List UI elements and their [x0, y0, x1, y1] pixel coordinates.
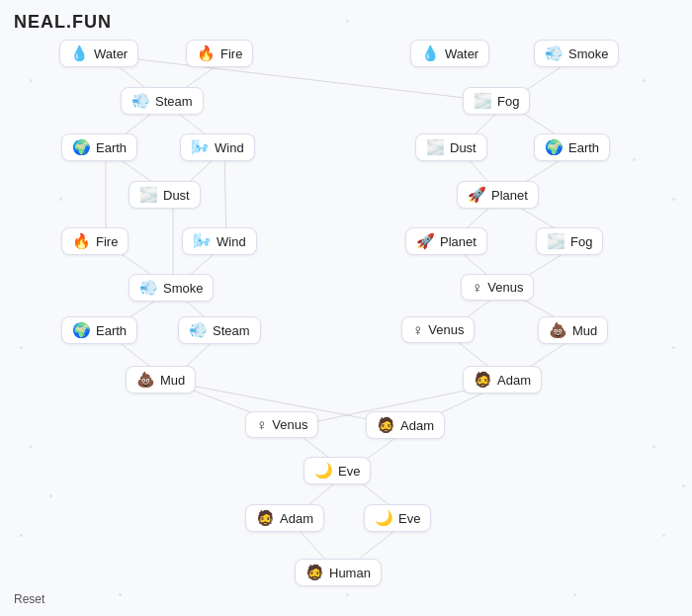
node-label-wind1: Wind — [215, 140, 244, 155]
reset-button[interactable]: Reset — [14, 592, 44, 606]
node-icon-water1: 💧 — [70, 44, 89, 62]
node-icon-adam1: 🧔 — [474, 371, 492, 389]
node-adam1: 🧔Adam — [463, 366, 542, 394]
node-planet1: 🚀Planet — [457, 181, 539, 209]
node-label-dust2: Dust — [163, 188, 190, 203]
node-label-adam2: Adam — [400, 418, 434, 433]
node-icon-adam2: 🧔 — [377, 416, 395, 434]
node-venus1: ♀Venus — [461, 274, 534, 301]
node-mud2: 💩Mud — [126, 366, 196, 394]
node-label-venus2: Venus — [428, 322, 464, 337]
node-label-venus3: Venus — [272, 417, 307, 432]
node-icon-venus2: ♀ — [412, 321, 423, 338]
node-label-fog1: Fog — [497, 94, 519, 109]
node-label-steam1: Steam — [155, 94, 193, 109]
node-steam2: 💨Steam — [178, 316, 261, 344]
node-fog1: 🌫️Fog — [463, 87, 530, 115]
node-label-earth2: Earth — [568, 140, 599, 155]
node-eve1: 🌙Eve — [303, 457, 371, 484]
node-icon-earth3: 🌍 — [72, 321, 91, 339]
node-label-adam1: Adam — [497, 373, 531, 388]
node-icon-smoke2: 💨 — [139, 279, 158, 297]
node-water1: 💧Water — [59, 40, 138, 67]
node-water2: 💧Water — [410, 40, 489, 67]
node-label-fire1: Fire — [220, 46, 242, 61]
node-wind2: 🌬️Wind — [182, 227, 257, 255]
node-steam1: 💨Steam — [121, 87, 204, 115]
node-label-wind2: Wind — [216, 234, 246, 249]
node-wind1: 🌬️Wind — [180, 133, 255, 161]
node-icon-steam1: 💨 — [131, 92, 150, 110]
node-fire2: 🔥Fire — [61, 227, 129, 255]
node-fog2: 🌫️Fog — [536, 227, 603, 255]
node-icon-eve1: 🌙 — [314, 462, 333, 480]
node-venus2: ♀Venus — [401, 316, 475, 343]
node-dust1: 🌫️Dust — [415, 133, 487, 161]
node-label-steam2: Steam — [213, 323, 250, 338]
node-smoke1: 💨Smoke — [534, 40, 619, 67]
node-icon-fire2: 🔥 — [72, 232, 91, 250]
node-icon-mud2: 💩 — [136, 371, 155, 389]
node-smoke2: 💨Smoke — [129, 274, 214, 302]
node-label-planet1: Planet — [491, 188, 528, 203]
node-icon-smoke1: 💨 — [545, 44, 563, 62]
node-label-dust1: Dust — [450, 140, 476, 155]
node-label-venus1: Venus — [487, 280, 523, 295]
node-planet2: 🚀Planet — [405, 227, 487, 255]
node-venus3: ♀Venus — [245, 411, 318, 438]
node-earth3: 🌍Earth — [61, 316, 137, 344]
node-label-fog2: Fog — [570, 234, 592, 249]
node-label-fire2: Fire — [96, 234, 118, 249]
node-adam3: 🧔Adam — [245, 504, 324, 532]
node-icon-human: 🧔 — [305, 564, 324, 581]
node-label-water2: Water — [445, 46, 478, 61]
node-icon-water2: 💧 — [421, 44, 440, 62]
node-label-smoke1: Smoke — [568, 46, 608, 61]
node-icon-earth2: 🌍 — [545, 138, 563, 156]
node-label-earth3: Earth — [96, 323, 127, 338]
node-icon-adam3: 🧔 — [256, 509, 275, 527]
node-label-eve2: Eve — [398, 511, 420, 526]
node-label-adam3: Adam — [280, 511, 313, 526]
node-label-mud2: Mud — [160, 373, 185, 388]
node-icon-wind2: 🌬️ — [193, 232, 212, 250]
node-label-smoke2: Smoke — [163, 281, 203, 296]
node-icon-planet1: 🚀 — [468, 186, 486, 204]
node-icon-wind1: 🌬️ — [191, 138, 210, 156]
node-label-mud1: Mud — [572, 323, 597, 338]
node-mud1: 💩Mud — [538, 316, 608, 344]
node-label-human: Human — [329, 566, 371, 580]
node-dust2: 🌫️Dust — [129, 181, 201, 209]
node-label-water1: Water — [94, 46, 128, 61]
node-label-earth1: Earth — [96, 140, 127, 155]
node-icon-steam2: 💨 — [189, 321, 208, 339]
node-label-planet2: Planet — [440, 234, 476, 249]
node-icon-venus1: ♀ — [472, 279, 482, 296]
node-label-eve1: Eve — [338, 464, 360, 479]
node-icon-fire1: 🔥 — [197, 44, 216, 62]
node-icon-dust2: 🌫️ — [139, 186, 158, 204]
node-earth2: 🌍Earth — [534, 133, 610, 161]
node-icon-mud1: 💩 — [549, 321, 567, 339]
node-eve2: 🌙Eve — [364, 504, 431, 532]
node-icon-eve2: 🌙 — [375, 509, 393, 527]
node-icon-venus3: ♀ — [256, 416, 267, 433]
node-icon-earth1: 🌍 — [72, 138, 91, 156]
node-icon-fog1: 🌫️ — [474, 92, 492, 110]
node-icon-dust1: 🌫️ — [426, 138, 445, 156]
node-adam2: 🧔Adam — [366, 411, 445, 439]
node-earth1: 🌍Earth — [61, 133, 137, 161]
node-human: 🧔Human — [295, 559, 382, 586]
logo: NEAL.FUN — [14, 12, 112, 33]
node-icon-planet2: 🚀 — [416, 232, 435, 250]
node-icon-fog2: 🌫️ — [547, 232, 565, 250]
node-fire1: 🔥Fire — [186, 40, 253, 67]
